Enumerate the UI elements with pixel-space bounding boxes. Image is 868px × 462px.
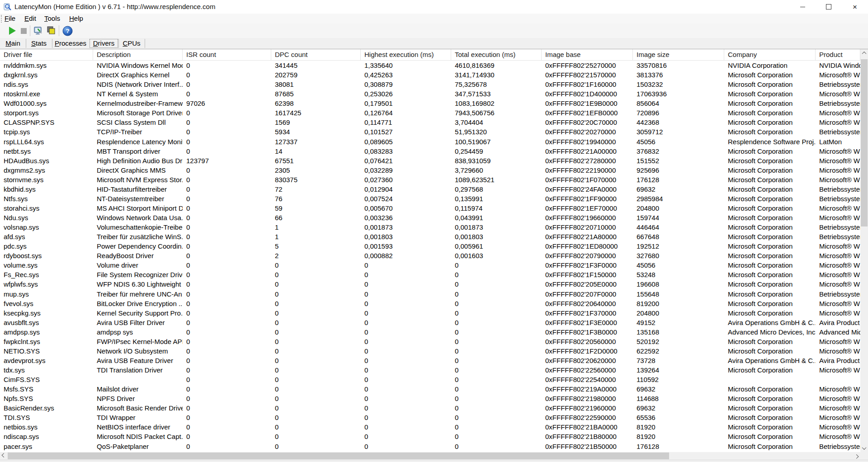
table-row[interactable]: pdc.sysPower Dependency Coordin...050,00… (0, 241, 860, 251)
table-row[interactable]: pacer.sysQoS-Paketplaner00000xFFFFF802'2… (0, 442, 860, 451)
cell-image-base: 0xFFFFF802'205E0000 (545, 279, 633, 289)
tab-stats[interactable]: Stats (26, 38, 52, 48)
copy-button[interactable] (45, 24, 57, 38)
cell-product: Betriebssyster (819, 80, 860, 89)
table-row[interactable]: ndiscap.sysMicrosoft NDIS Packet Capt...… (0, 432, 860, 441)
table-row[interactable]: avdevprot.sysAvira USB Feature Driver000… (0, 356, 860, 365)
column-header-description[interactable]: Description (93, 49, 183, 60)
tab-processes[interactable]: Processes (52, 38, 89, 48)
cell-image-base: 0xFFFFF802'21A00000 (545, 146, 633, 156)
stop-monitor-button[interactable] (19, 24, 28, 38)
cell-image-size: 49152 (637, 318, 724, 327)
start-monitor-button[interactable] (7, 24, 17, 38)
table-row[interactable]: ndis.sysNDIS (Network Driver Interf...03… (0, 80, 860, 89)
cell-image-size: 196608 (637, 279, 724, 289)
column-header-company[interactable]: Company (724, 49, 816, 60)
column-header-driver-file[interactable]: Driver file (0, 49, 93, 60)
table-row[interactable]: storport.sysMicrosoft Storage Port Drive… (0, 108, 860, 118)
table-row[interactable]: Ndu.sysWindows Network Data Usa...0660,0… (0, 213, 860, 222)
table-row[interactable]: Fs_Rec.sysFile System Recognizer Driver0… (0, 270, 860, 279)
cell-image-base: 0xFFFFF802'20270000 (545, 127, 633, 137)
menu-grip-handle[interactable] (1, 15, 3, 23)
scroll-left-button[interactable] (0, 452, 8, 460)
table-row[interactable]: wfplwfs.sysWFP NDIS 6.30 Lightweight ...… (0, 279, 860, 289)
column-header-dpc-count[interactable]: DPC count (271, 49, 361, 60)
table-row[interactable]: kbdhid.sysHID-Tastaturfiltertreiber0720,… (0, 184, 860, 194)
cell-description: Treiber für zusätzliche WinS... (97, 232, 183, 241)
table-row[interactable]: fwpkclnt.sysFWP/IPsec Kernel-Mode API000… (0, 337, 860, 346)
tab-cpus[interactable]: CPUs (118, 38, 145, 48)
tab-drivers[interactable]: Drivers (89, 38, 118, 48)
cell-product: Microsoft® W (819, 89, 860, 99)
report-button[interactable] (33, 24, 44, 38)
scroll-down-button[interactable] (860, 444, 868, 452)
column-header-total-execution[interactable]: Total execution (ms) (451, 49, 542, 60)
table-row[interactable]: nvlddmkm.sysNVIDIA Windows Kernel Mod...… (0, 61, 860, 70)
column-header-isr-count[interactable]: ISR count (183, 49, 271, 60)
horizontal-scroll-thumb[interactable] (8, 453, 669, 459)
table-row[interactable]: tdx.sysTDI Translation Driver00000xFFFFF… (0, 365, 860, 375)
table-row[interactable]: Npfs.SYSNPFS Driver00000xFFFFF802'219800… (0, 394, 860, 403)
cell-highest-execution: 0 (364, 270, 451, 279)
cell-highest-execution: 0,001803 (364, 232, 451, 241)
table-row[interactable]: rspLLL64.sysResplendence Latency Monit..… (0, 137, 860, 146)
vertical-scroll-thumb[interactable] (861, 59, 868, 226)
table-row[interactable]: NETIO.SYSNetwork I/O Subsystem00000xFFFF… (0, 346, 860, 356)
cell-driver-file: nvlddmkm.sys (4, 61, 93, 70)
table-row[interactable]: mup.sysTreiber für mehrere UNC-An...0000… (0, 289, 860, 299)
table-row[interactable]: Ntfs.sysNT-Dateisystemtreiber0760,007524… (0, 194, 860, 203)
maximize-button[interactable] (816, 0, 842, 14)
cell-isr-count: 0 (186, 356, 271, 365)
cell-image-base: 0xFFFFF802'20710000 (545, 222, 633, 232)
cell-dpc-count: 127337 (275, 137, 361, 146)
table-row[interactable]: stornvme.sysMicrosoft NVM Express Stor..… (0, 175, 860, 184)
table-row[interactable]: CimFS.SYS00000xFFFFF802'22540000110592 (0, 375, 860, 384)
tab-main[interactable]: Main (0, 38, 26, 48)
table-row[interactable]: ntoskrnl.exeNT Kernel & System0876850,25… (0, 89, 860, 99)
menu-file[interactable]: File (4, 14, 16, 24)
column-header-image-size[interactable]: Image size (633, 49, 724, 60)
table-row[interactable]: Msfs.SYSMailslot driver00000xFFFFF802'21… (0, 384, 860, 394)
table-row[interactable]: dxgmms2.sysDirectX Graphics MMS023050,03… (0, 165, 860, 175)
table-row[interactable]: fvevol.sysBitLocker Drive Encryption ...… (0, 299, 860, 308)
cell-total-execution: 0 (455, 413, 542, 422)
menu-help[interactable]: Help (68, 14, 84, 24)
close-button[interactable]: × (842, 0, 868, 14)
table-row[interactable]: BasicRender.sysMicrosoft Basic Render Dr… (0, 403, 860, 413)
table-row[interactable]: amdpsp.sysamdpsp sys00000xFFFFF802'1F3B0… (0, 327, 860, 337)
table-row[interactable]: volume.sysVolume driver00000xFFFFF802'1F… (0, 260, 860, 270)
table-row[interactable]: volsnap.sysVolumeschattenkopie-Treiber01… (0, 222, 860, 232)
column-header-product[interactable]: Product (816, 49, 860, 60)
table-row[interactable]: tcpip.sysTCP/IP-Treiber059340,10152751,9… (0, 127, 860, 137)
table-row[interactable]: avusbflt.sysAvira USB Filter Driver00000… (0, 318, 860, 327)
cell-highest-execution: 0 (364, 413, 451, 422)
column-header-image-base[interactable]: Image base (542, 49, 633, 60)
help-button[interactable]: ? (61, 24, 73, 38)
table-row[interactable]: dxgkrnl.sysDirectX Graphics Kernel020275… (0, 70, 860, 80)
table-row[interactable]: rdyboost.sysReadyBoost Driver020,0008820… (0, 251, 860, 260)
minimize-button[interactable] (789, 0, 816, 14)
table-row[interactable]: storahci.sysMS AHCI Storport Miniport D.… (0, 203, 860, 213)
cell-driver-file: stornvme.sys (4, 175, 93, 184)
table-row[interactable]: netbios.sysNetBIOS interface driver00000… (0, 422, 860, 432)
horizontal-scrollbar[interactable] (0, 452, 860, 460)
table-row[interactable]: ksecpkg.sysKernel Security Support Pro..… (0, 308, 860, 318)
cell-image-base: 0xFFFFF802'21980000 (545, 394, 633, 403)
scroll-right-button[interactable] (853, 452, 860, 460)
table-row[interactable]: HDAudBus.sysHigh Definition Audio Bus Dr… (0, 156, 860, 165)
cell-company (728, 375, 816, 384)
vertical-scrollbar[interactable] (860, 49, 868, 452)
table-row[interactable]: TDI.SYSTDI Wrapper00000xFFFFF802'2259000… (0, 413, 860, 422)
table-row[interactable]: afd.sysTreiber für zusätzliche WinS...01… (0, 232, 860, 241)
menu-edit[interactable]: Edit (24, 14, 37, 24)
cell-company: Microsoft Corporation (728, 260, 816, 270)
menu-tools[interactable]: Tools (43, 14, 61, 24)
column-header-highest-execution[interactable]: Highest execution (ms) (361, 49, 451, 60)
table-row[interactable]: netbt.sysMBT Transport driver0140,083283… (0, 146, 860, 156)
cell-isr-count: 0 (186, 251, 271, 260)
cell-isr-count: 0 (186, 299, 271, 308)
scroll-up-button[interactable] (860, 49, 868, 57)
table-row[interactable]: Wdf01000.sysKernelmodustreiber-Framew...… (0, 99, 860, 108)
table-row[interactable]: CLASSPNP.SYSSCSI Class System Dll015690,… (0, 118, 860, 127)
cell-highest-execution: 0,114771 (364, 118, 451, 127)
